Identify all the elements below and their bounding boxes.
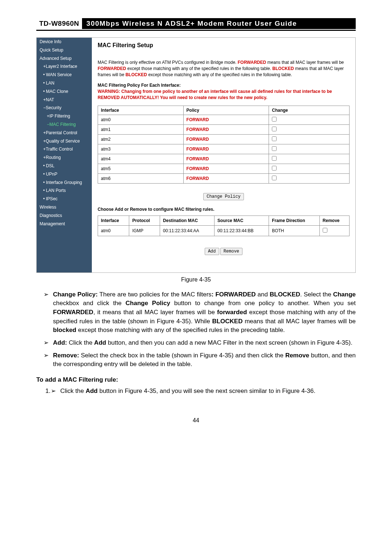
- policy-change-checkbox[interactable]: [272, 136, 277, 141]
- sidebar-item[interactable]: −MAC Filtering: [37, 120, 92, 129]
- policy-change-cell: [269, 164, 350, 173]
- policy-row: atm6FORWARD: [98, 173, 350, 183]
- policy-change-cell: [269, 134, 350, 144]
- doc-body: Change Policy: There are two policies fo…: [36, 290, 356, 395]
- add-button[interactable]: Add: [205, 248, 219, 255]
- model-number: TD-W8960N: [36, 18, 82, 29]
- nav-sidebar: Device InfoQuick SetupAdvanced Setup+Lay…: [37, 38, 92, 272]
- policy-row: atm0FORWARD: [98, 115, 350, 124]
- change-policy-wrap: Change Policy: [98, 193, 350, 200]
- rules-row: atm0 IGMP 00:11:22:33:44:AA 00:11:22:33:…: [98, 225, 350, 236]
- rules-th-interface: Interface: [98, 216, 129, 225]
- page-title: MAC Filtering Setup: [98, 42, 350, 49]
- policy-row: atm5FORWARD: [98, 164, 350, 173]
- sidebar-item[interactable]: −Security: [37, 104, 92, 112]
- bullet-add: Add: Click the Add button, and then you …: [45, 338, 356, 348]
- sidebar-item[interactable]: +Traffic Control: [37, 145, 92, 153]
- rules-th-remove: Remove: [319, 216, 349, 225]
- page-number: 44: [36, 417, 356, 424]
- rule-remove-cell: [319, 225, 349, 236]
- sidebar-item[interactable]: Device Info: [37, 38, 92, 46]
- warning-text: WARNING: Changing from one policy to ano…: [98, 89, 350, 100]
- policy-interface: atm4: [98, 154, 184, 164]
- change-policy-button[interactable]: Change Policy: [203, 193, 244, 200]
- rule-dir: BOTH: [269, 225, 320, 236]
- policy-row: atm1FORWARD: [98, 124, 350, 134]
- rules-table: Interface Protocol Destination MAC Sourc…: [98, 216, 350, 236]
- doc-header: TD-W8960N 300Mbps Wireless N ADSL2+ Mode…: [36, 18, 356, 31]
- policy-row: atm2FORWARD: [98, 134, 350, 144]
- sidebar-item[interactable]: +Layer2 Interface: [37, 62, 92, 71]
- sidebar-item[interactable]: Management: [37, 220, 92, 228]
- policy-value: FORWARD: [183, 144, 269, 154]
- subheading: To add a MAC Filtering rule:: [36, 376, 356, 385]
- policy-change-cell: [269, 154, 350, 164]
- rules-th-dst: Destination MAC: [160, 216, 215, 225]
- sidebar-item[interactable]: • DSL: [37, 162, 92, 170]
- remove-button[interactable]: Remove: [220, 248, 242, 255]
- policy-change-checkbox[interactable]: [272, 117, 277, 122]
- policy-interface: atm2: [98, 134, 184, 144]
- policy-table: Interface Policy Change atm0FORWARDatm1F…: [98, 106, 350, 184]
- policy-change-checkbox[interactable]: [272, 156, 277, 161]
- choose-text: Choose Add or Remove to configure MAC fi…: [98, 207, 350, 212]
- sidebar-item[interactable]: +NAT: [37, 96, 92, 104]
- policy-interface: atm0: [98, 115, 184, 124]
- sidebar-item[interactable]: Diagnostics: [37, 212, 92, 220]
- bullet-remove: Remove: Select the check box in the tabl…: [45, 351, 356, 369]
- step-1: Click the Add button in Figure 4-35, and…: [52, 387, 356, 396]
- screenshot-figure: Device InfoQuick SetupAdvanced Setup+Lay…: [36, 37, 356, 273]
- sidebar-item[interactable]: • LAN: [37, 79, 92, 87]
- policy-change-checkbox[interactable]: [272, 146, 277, 151]
- policy-value: FORWARD: [183, 164, 269, 173]
- policy-th-policy: Policy: [183, 106, 269, 115]
- sidebar-item[interactable]: +Parental Control: [37, 129, 92, 137]
- policy-value: FORWARD: [183, 115, 269, 124]
- doc-title: 300Mbps Wireless N ADSL2+ Modem Router U…: [82, 18, 356, 29]
- sidebar-item[interactable]: • UPnP: [37, 170, 92, 178]
- content-pane: MAC Filtering Setup MAC Filtering is onl…: [92, 38, 355, 272]
- policy-change-cell: [269, 144, 350, 154]
- rule-remove-checkbox[interactable]: [323, 228, 327, 233]
- policy-row: atm3FORWARD: [98, 144, 350, 154]
- policy-interface: atm5: [98, 164, 184, 173]
- add-remove-wrap: Add Remove: [98, 248, 350, 255]
- sidebar-item[interactable]: Wireless: [37, 203, 92, 212]
- policy-interface: atm3: [98, 144, 184, 154]
- policy-th-interface: Interface: [98, 106, 184, 115]
- policy-value: FORWARD: [183, 124, 269, 134]
- policy-th-change: Change: [269, 106, 350, 115]
- policy-value: FORWARD: [183, 134, 269, 144]
- policy-value: FORWARD: [183, 154, 269, 164]
- policy-change-checkbox[interactable]: [272, 127, 277, 131]
- page: TD-W8960N 300Mbps Wireless N ADSL2+ Mode…: [0, 0, 392, 438]
- rule-interface: atm0: [98, 225, 129, 236]
- sidebar-item[interactable]: +Quality of Service: [37, 137, 92, 145]
- sidebar-item[interactable]: Quick Setup: [37, 46, 92, 54]
- sidebar-item[interactable]: • WAN Service: [37, 71, 92, 79]
- bullet-change-policy: Change Policy: There are two policies fo…: [45, 290, 356, 335]
- sidebar-item[interactable]: • IPSec: [37, 195, 92, 203]
- policy-change-checkbox[interactable]: [272, 166, 277, 171]
- policy-interface: atm1: [98, 124, 184, 134]
- sidebar-item[interactable]: • MAC Clone: [37, 87, 92, 96]
- sidebar-item[interactable]: Advanced Setup: [37, 54, 92, 63]
- figure-caption: Figure 4-35: [36, 276, 356, 283]
- sidebar-item[interactable]: +Routing: [37, 153, 92, 162]
- description-text: MAC Filtering is only effective on ATM P…: [98, 59, 350, 78]
- rules-th-protocol: Protocol: [129, 216, 160, 225]
- policy-change-cell: [269, 115, 350, 124]
- policy-change-checkbox[interactable]: [272, 176, 277, 180]
- rule-dst: 00:11:22:33:44:AA: [160, 225, 215, 236]
- rule-src: 00:11:22:33:44:BB: [215, 225, 269, 236]
- policy-change-cell: [269, 173, 350, 183]
- sidebar-item[interactable]: • Interface Grouping: [37, 178, 92, 187]
- sidebar-item[interactable]: +IP Filtering: [37, 112, 92, 120]
- policy-row: atm4FORWARD: [98, 154, 350, 164]
- sidebar-item[interactable]: • LAN Ports: [37, 186, 92, 195]
- rules-th-dir: Frame Direction: [269, 216, 320, 225]
- rules-th-src: Source MAC: [215, 216, 269, 225]
- rule-protocol: IGMP: [129, 225, 160, 236]
- policy-change-cell: [269, 124, 350, 134]
- policy-interface: atm6: [98, 173, 184, 183]
